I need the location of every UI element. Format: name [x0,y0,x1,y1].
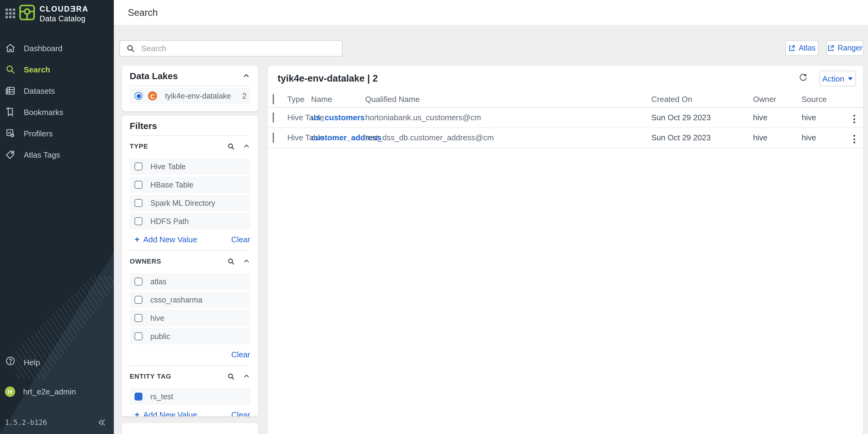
clear-link[interactable]: Clear [231,410,250,416]
add-new-value-link[interactable]: + Add New Value [130,410,197,416]
ranger-button[interactable]: Ranger [826,40,864,56]
cell-created-on: Sun Oct 29 2023 [651,113,711,122]
chevron-up-icon[interactable] [243,143,250,150]
checkbox[interactable] [134,162,143,170]
help-label: Help [24,358,40,367]
checkbox[interactable] [134,199,143,207]
chevron-up-icon[interactable] [243,373,250,380]
entity-name-link[interactable]: us_customers [311,113,365,122]
chevron-up-icon[interactable] [243,257,250,265]
filter-option[interactable]: public [130,328,250,344]
home-icon [5,42,16,54]
glossary-terms-panel: GLOSSARY TERMS [122,423,258,434]
filter-option[interactable]: HBase Table [130,177,250,193]
filter-option[interactable]: atlas [130,273,250,290]
section-search-icon[interactable] [227,257,235,265]
sidebar-item-profilers[interactable]: Profilers [0,124,114,143]
search-icon [5,64,16,75]
filter-option[interactable]: Hive Table [130,158,250,175]
sidebar-item-atlas-tags[interactable]: Atlas Tags [0,145,114,164]
sidebar-footer: Help H hrt_e2e_admin 1.5.2-b126 [0,352,114,434]
checkbox[interactable] [134,181,143,189]
user-menu[interactable]: H hrt_e2e_admin [0,382,114,401]
plus-icon: + [134,410,140,416]
clear-link[interactable]: Clear [231,350,250,359]
filters-panel: Filters TYPE Hiv [122,116,258,416]
column-header-name: Name [311,95,332,104]
cell-owner: hive [753,113,768,122]
sidebar-bottom-row: 1.5.2-b126 [0,416,114,434]
row-menu-kebab-icon[interactable] [850,112,859,126]
sidebar-item-datasets[interactable]: Datasets [0,81,114,100]
sidebar-item-label: Profilers [24,129,53,138]
column-header-created-on: Created On [651,95,692,104]
sidebar-item-label: Datasets [24,86,55,95]
checkbox[interactable] [134,296,143,304]
action-button[interactable]: Action [819,71,856,87]
checkbox-checked[interactable] [134,393,143,401]
checkbox[interactable] [134,278,143,285]
content-area: Atlas Ranger Data Lakes C tyik4e-env-dat… [114,25,868,434]
radio-selected[interactable] [134,92,143,100]
cell-owner: hive [753,133,768,142]
brand-name: CLOUDƎRA [39,5,89,13]
table-row: Hive Table us_customers hortoniabank.us_… [268,108,863,128]
filter-section-entity-tag: ENTITY TAG rs_test [130,365,250,416]
help-button[interactable]: Help [0,352,114,372]
select-all-checkbox[interactable] [273,94,274,104]
collapse-sidebar-icon[interactable] [97,417,106,427]
data-lake-row[interactable]: C tyik4e-env-datalake 2 [130,88,250,104]
search-bar [119,40,343,57]
checkbox[interactable] [134,332,143,340]
filter-section-type: TYPE Hive Table HB [130,136,250,250]
sidebar-item-search[interactable]: Search [0,60,114,79]
row-checkbox[interactable] [273,112,274,123]
sidebar: CLOUDƎRA Data Catalog Dashboard [0,0,114,434]
cloudera-logo-icon[interactable] [19,4,35,23]
sidebar-item-dashboard[interactable]: Dashboard [0,38,114,58]
cell-qualified-name: hortoniabank.us_customers@cm [365,113,481,122]
search-icon [126,44,135,53]
sidebar-item-bookmarks[interactable]: Bookmarks [0,102,114,122]
cell-source: hive [802,133,816,142]
sidebar-header: CLOUDƎRA Data Catalog [0,0,114,29]
chevron-up-icon[interactable] [242,71,250,80]
data-lakes-panel: Data Lakes C tyik4e-env-datalake 2 [122,66,258,112]
app-window: CLOUDƎRA Data Catalog Dashboard [0,0,868,434]
clear-link[interactable]: Clear [231,235,250,244]
sidebar-item-label: Dashboard [24,43,62,53]
row-checkbox[interactable] [273,132,274,143]
username-label: hrt_e2e_admin [23,387,76,396]
tag-icon [5,149,16,160]
atlas-button[interactable]: Atlas [785,40,819,56]
app-switcher-grid-icon[interactable] [5,8,15,18]
search-input[interactable] [141,44,336,53]
section-title: ENTITY TAG [130,373,172,380]
filter-option[interactable]: Spark ML Directory [130,195,250,211]
filter-option[interactable]: csso_rasharma [130,291,250,308]
section-title: OWNERS [130,257,161,265]
cell-created-on: Sun Oct 29 2023 [651,133,711,142]
sidebar-item-label: Bookmarks [24,107,63,117]
row-menu-kebab-icon[interactable] [850,132,859,146]
data-lakes-title: Data Lakes [130,70,178,81]
profilers-icon [5,128,16,139]
add-new-value-link[interactable]: + Add New Value [130,235,197,244]
checkbox[interactable] [134,314,143,322]
section-search-icon[interactable] [227,142,235,150]
brand-product: Data Catalog [39,15,89,23]
section-search-icon[interactable] [227,372,235,380]
refresh-icon[interactable] [798,72,808,83]
filter-option[interactable]: hive [130,310,250,326]
external-link-icon [827,44,835,52]
filter-option[interactable]: rs_test [130,389,250,405]
bookmark-icon [5,106,16,118]
results-title: tyik4e-env-datalake | 2 [278,73,378,84]
checkbox[interactable] [134,217,143,225]
results-panel: tyik4e-env-datalake | 2 Action Type Name… [268,66,863,434]
cell-qualified-name: test_dss_db.customer_address@cm [365,133,494,142]
filter-section-owners: OWNERS atlas csso_ [130,250,250,365]
page-title: Search [128,0,158,25]
filter-option[interactable]: HDFS Path [130,213,250,229]
sidebar-nav: Dashboard Search Datasets [0,38,114,166]
